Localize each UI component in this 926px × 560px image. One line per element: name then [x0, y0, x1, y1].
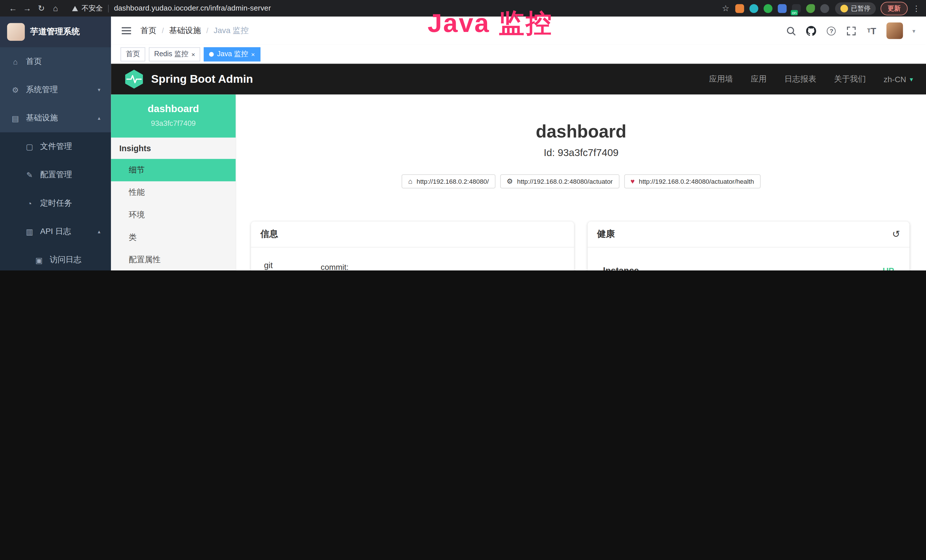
- browser-menu-icon[interactable]: ⋮: [912, 4, 920, 12]
- sidebar-item-label: 系统管理: [26, 85, 58, 95]
- back-icon[interactable]: ←: [6, 3, 20, 13]
- sidebar-item-scheduled-tasks[interactable]: ◔ 定时任务: [0, 189, 111, 217]
- info-card-body: git commit: time: 1596289704000 id: 27aa…: [251, 248, 574, 271]
- breadcrumb-infrastructure[interactable]: 基础设施: [169, 26, 201, 36]
- health-instance-label: Instance: [603, 265, 639, 271]
- sba-nav-about[interactable]: 关于我们: [834, 74, 866, 85]
- profile-emoji-icon: [840, 5, 848, 12]
- font-size-large-glyph: T: [871, 26, 876, 35]
- actuator-link-chip[interactable]: ⚙ http://192.168.0.2:48080/actuator: [500, 174, 619, 189]
- clock-icon: ◔: [25, 199, 34, 208]
- sba-item-details[interactable]: 细节: [111, 159, 236, 182]
- extension-icon-2[interactable]: [749, 4, 758, 12]
- info-line: commit:: [321, 260, 561, 271]
- extension-icon-4[interactable]: [778, 4, 787, 12]
- sba-side-section-insights: Insights: [111, 138, 236, 159]
- sba-nav-journal[interactable]: 日志报表: [784, 74, 816, 85]
- sba-brand-label: Spring Boot Admin: [151, 73, 253, 86]
- font-size-icon[interactable]: TT: [866, 26, 877, 36]
- user-avatar[interactable]: [887, 23, 903, 39]
- active-dot: [209, 51, 214, 56]
- info-card-title: 信息: [251, 222, 574, 248]
- browser-update-button[interactable]: 更新: [881, 2, 908, 15]
- breadcrumb-current: Java 监控: [213, 26, 249, 36]
- sidebar-item-api-logs[interactable]: ▥ API 日志 ▴: [0, 217, 111, 246]
- extension-icon-6[interactable]: [806, 4, 815, 12]
- instance-links: ⌂ http://192.168.0.2:48080/ ⚙ http://192…: [236, 174, 926, 189]
- sba-item-environment[interactable]: 环境: [111, 204, 236, 226]
- gear-icon: ⚙: [11, 85, 20, 94]
- info-card: 信息 git commit: time: 1596289704000 id: 2…: [251, 222, 574, 271]
- info-row: git commit: time: 1596289704000 id: 27aa…: [260, 256, 564, 271]
- close-icon[interactable]: ×: [251, 50, 255, 58]
- browser-home-icon[interactable]: ⌂: [48, 3, 63, 13]
- sba-instance-block[interactable]: dashboard 93a3fc7f7409: [111, 94, 236, 138]
- link-url: http://192.168.0.2:48080/actuator: [517, 178, 613, 185]
- sba-sidebar: dashboard 93a3fc7f7409 Insights 细节 性能 环境…: [111, 94, 236, 271]
- address-bar[interactable]: dashboard.yudao.iocoder.cn/infra/admin-s…: [114, 4, 271, 12]
- sba-insights-section: Insights 细节 性能 环境 类 配置属性 计划任务: [111, 138, 236, 271]
- forward-icon[interactable]: →: [20, 3, 34, 13]
- tag-home[interactable]: 首页: [120, 47, 145, 61]
- breadcrumb-home[interactable]: 首页: [141, 26, 157, 36]
- app-logo: [7, 23, 25, 41]
- help-icon[interactable]: ?: [826, 26, 837, 36]
- profile-paused-pill[interactable]: 已暂停: [835, 2, 876, 14]
- history-icon[interactable]: ↺: [892, 229, 900, 240]
- home-icon: ⌂: [408, 177, 412, 185]
- avatar-caret-icon[interactable]: ▾: [912, 27, 915, 34]
- header-actions: ? TT ▾: [786, 23, 915, 39]
- sba-nav-wallboard[interactable]: 应用墙: [709, 74, 733, 85]
- fullscreen-icon[interactable]: [846, 26, 857, 36]
- site-security-chip[interactable]: 不安全: [72, 3, 103, 13]
- info-value: commit: time: 1596289704000 id: 27aa832 …: [321, 260, 561, 271]
- sidebar-fold-icon[interactable]: [122, 27, 131, 35]
- sidebar-item-config-management[interactable]: ✎ 配置管理: [0, 160, 111, 189]
- sidebar-item-label: 访问日志: [50, 255, 82, 265]
- tag-label: 首页: [126, 49, 140, 59]
- github-icon[interactable]: [806, 26, 817, 36]
- sba-item-performance[interactable]: 性能: [111, 182, 236, 204]
- home-link-chip[interactable]: ⌂ http://192.168.0.2:48080/: [402, 174, 495, 189]
- sidebar-item-access-logs[interactable]: ▣ 访问日志: [0, 246, 111, 271]
- search-icon[interactable]: [786, 26, 796, 36]
- sba-item-classes[interactable]: 类: [111, 226, 236, 249]
- extension-icon-5[interactable]: on: [792, 4, 801, 12]
- chevron-up-icon: ▴: [98, 229, 100, 235]
- locale-selector[interactable]: zh-CN ▾: [884, 75, 913, 83]
- sba-logo-icon: [124, 69, 144, 89]
- page-title: dashboard: [236, 122, 926, 142]
- browser-toolbar: ← → ↻ ⌂ 不安全 dashboard.yudao.iocoder.cn/i…: [0, 0, 926, 17]
- tag-java-monitor[interactable]: Java 监控 ×: [204, 47, 260, 61]
- health-card-title: 健康: [597, 229, 615, 240]
- sidebar-item-system-management[interactable]: ⚙ 系统管理 ▾: [0, 76, 111, 104]
- app-sidebar: 芋道管理系统 ⌂ 首页 ⚙ 系统管理 ▾ ▤ 基础设施 ▴ ▢ 文件管理 ✎ 配…: [0, 17, 111, 271]
- tag-label: Redis 监控: [154, 49, 188, 59]
- font-size-small-glyph: T: [867, 28, 871, 34]
- sidebar-item-label: API 日志: [40, 226, 71, 237]
- instance-id-subtitle: Id: 93a3fc7f7409: [236, 147, 926, 159]
- close-icon[interactable]: ×: [191, 50, 195, 58]
- reload-icon[interactable]: ↻: [34, 3, 48, 13]
- bookmark-star-icon[interactable]: ☆: [722, 3, 729, 13]
- breadcrumb: 首页 / 基础设施 / Java 监控: [141, 26, 249, 36]
- folder-icon: ▢: [25, 142, 34, 151]
- extension-on-badge: on: [791, 10, 798, 15]
- heart-icon: ♥: [631, 177, 635, 185]
- tag-redis-monitor[interactable]: Redis 监控 ×: [149, 47, 200, 61]
- health-card-header: 健康 ↺: [587, 222, 909, 248]
- chevron-down-icon: ▾: [910, 75, 913, 83]
- sba-item-config-props[interactable]: 配置属性: [111, 249, 236, 271]
- sidebar-item-infrastructure[interactable]: ▤ 基础设施 ▴: [0, 104, 111, 132]
- sba-nav-applications[interactable]: 应用: [750, 74, 767, 85]
- extension-icon-1[interactable]: [735, 4, 744, 12]
- sidebar-item-home[interactable]: ⌂ 首页: [0, 47, 111, 76]
- health-link-chip[interactable]: ♥ http://192.168.0.2:48080/actuator/heal…: [624, 174, 761, 189]
- extension-icon-3[interactable]: [764, 4, 773, 12]
- health-row[interactable]: Instance UP: [597, 262, 900, 271]
- app-logo-row[interactable]: 芋道管理系统: [0, 17, 111, 47]
- extension-icon-7[interactable]: [820, 4, 829, 12]
- sidebar-item-file-management[interactable]: ▢ 文件管理: [0, 132, 111, 160]
- sba-content: dashboard Id: 93a3fc7f7409 ⌂ http://192.…: [236, 94, 926, 271]
- sba-brand[interactable]: Spring Boot Admin: [124, 69, 253, 89]
